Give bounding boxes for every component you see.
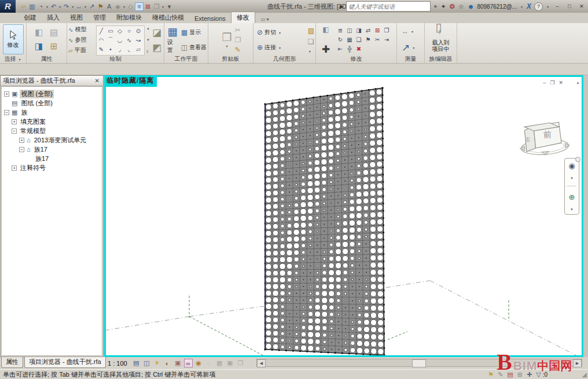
viewbar-reveal-hidden-elements-icon[interactable]: ◉: [194, 359, 203, 367]
viewbar-sun-path-icon[interactable]: ☀: [153, 359, 161, 367]
close-icon[interactable]: ✕: [94, 78, 101, 84]
titlebar-communication-center-icon[interactable]: ❂: [450, 3, 455, 10]
wheel-dropdown-icon[interactable]: ▼: [570, 176, 574, 180]
search-input[interactable]: [346, 1, 431, 12]
draw-polygon-icon[interactable]: ◇: [115, 26, 124, 35]
tree-item[interactable]: +注释符号: [2, 163, 102, 172]
exchange-apps-icon[interactable]: X: [527, 2, 531, 10]
modify-mirror-pick-axis-icon[interactable]: ◫: [345, 25, 354, 35]
draw-mode-reference[interactable]: ∿参照: [68, 36, 95, 44]
viewbar-visual-style-icon[interactable]: ◫: [142, 359, 151, 367]
clipboard-cut-icon[interactable]: ✂: [235, 26, 241, 34]
measure-button[interactable]: ↗▾: [402, 43, 423, 53]
tab-管理[interactable]: 管理: [88, 12, 111, 23]
draw-point-element-icon[interactable]: •: [106, 45, 115, 54]
draw-pick-3d-face-icon[interactable]: ◪: [152, 27, 161, 39]
help-button[interactable]: ?: [534, 2, 543, 11]
draw-spline-icon[interactable]: ∿: [124, 35, 134, 45]
viewbar-unlocked-3d-view-icon[interactable]: ◌: [205, 359, 214, 367]
tree-item[interactable]: 族17: [2, 154, 102, 163]
draw-center-ends-arc-icon[interactable]: ⌒: [106, 35, 115, 45]
qat-tag-icon[interactable]: ⚑: [96, 2, 105, 11]
scroll-right-icon[interactable]: ▶: [573, 359, 582, 367]
qat-close-hidden-windows-icon[interactable]: ⊠: [144, 2, 152, 11]
workplane-set-button[interactable]: ▦ 设置: [166, 24, 180, 56]
modify-align-icon[interactable]: ≣: [336, 25, 345, 35]
modify-window-icon[interactable]: ◧: [322, 25, 329, 34]
close-button[interactable]: ✕: [577, 2, 586, 10]
qat-undo-dropdown[interactable]: ▾: [59, 5, 61, 9]
view-scale-button[interactable]: 1 : 100: [108, 360, 127, 367]
project-browser-titlebar[interactable]: 项目浏览器 - 曲线干扰.rfa ✕: [1, 76, 103, 86]
scroll-up-icon[interactable]: ▲: [576, 80, 580, 84]
reference-plane-line[interactable]: [106, 317, 189, 330]
reference-plane-line[interactable]: [430, 281, 578, 355]
properties-properties-palette-top-icon[interactable]: ◧: [31, 25, 46, 39]
palette-tab-属性[interactable]: 属性: [1, 357, 23, 368]
viewbar-view-properties-icon[interactable]: ❐: [236, 359, 245, 367]
tab-插入[interactable]: 插入: [42, 12, 65, 23]
view-restore-button[interactable]: ❐: [550, 80, 554, 86]
zoom-dropdown-icon[interactable]: ▼: [570, 208, 574, 211]
modify-copy-icon[interactable]: ❐: [382, 25, 391, 35]
qat-aligned-dimension-icon[interactable]: ↔: [75, 2, 83, 11]
draw-circle-icon[interactable]: ○: [124, 26, 134, 35]
help-dropdown-icon[interactable]: ▾: [547, 5, 549, 9]
expander-icon[interactable]: +: [4, 91, 9, 97]
temporary-hide-isolate-badge[interactable]: 临时隐藏/隔离: [104, 75, 157, 87]
modify-trim-extend-single-icon[interactable]: ⇤: [336, 44, 345, 53]
signed-in-user[interactable]: 809876212@...: [477, 3, 517, 10]
reference-plane-line[interactable]: [386, 281, 430, 288]
reference-plane-line[interactable]: [189, 317, 265, 355]
geometry-solid-void-icon[interactable]: ❏: [308, 38, 314, 46]
geometry-paint-icon[interactable]: ▨: [308, 27, 314, 35]
viewbar-shadows-icon[interactable]: ◐: [163, 359, 172, 367]
tree-item[interactable]: −⌂族17: [2, 145, 102, 154]
navbar-handle[interactable]: [575, 157, 580, 162]
tab-视图[interactable]: 视图: [65, 12, 88, 23]
viewcube[interactable]: 前 左: [517, 106, 575, 158]
minimize-button[interactable]: ‒: [553, 2, 562, 10]
modify-scale-icon[interactable]: ❏: [354, 35, 363, 44]
qat-text-icon[interactable]: A: [105, 2, 113, 11]
modify-offset-icon[interactable]: ⇄: [363, 25, 373, 35]
status-editable-only-icon[interactable]: ⚑: [488, 371, 494, 378]
qat-open-icon[interactable]: ▱: [19, 2, 28, 11]
cut-geometry-button[interactable]: ⊘剪切▾: [257, 28, 307, 36]
qat-redo-dropdown[interactable]: ▾: [72, 5, 74, 9]
user-dropdown-icon[interactable]: ▾: [521, 5, 523, 9]
expander-icon[interactable]: +: [12, 165, 17, 171]
expander-icon[interactable]: −: [12, 128, 17, 134]
draw-pick-face-icon[interactable]: ▱: [134, 45, 143, 54]
modify-pin-icon[interactable]: ⚑: [363, 35, 373, 44]
modify-trim-extend-multiple-icon[interactable]: ╬: [345, 44, 354, 53]
qat-measure-icon[interactable]: ↗: [87, 2, 96, 11]
viewbar-crop-region-icon[interactable]: ▣: [226, 359, 234, 367]
titlebar-sign-in-avatar-icon[interactable]: ☻: [468, 3, 475, 10]
properties-family-category-icon[interactable]: ▤: [46, 25, 61, 39]
drawing-area[interactable]: 临时隐藏/隔离 ‒ ❐ ✕ ▲ 前 左 ◉ ▼ ⊕ ▼: [104, 75, 583, 357]
draw-line-icon[interactable]: ╱: [97, 26, 106, 35]
qat-switch-windows-dropdown[interactable]: ▾: [162, 5, 164, 9]
draw-pick-lines-icon[interactable]: ✎: [97, 45, 106, 54]
tree-item[interactable]: +填充图案: [2, 117, 102, 126]
properties-family-types-icon[interactable]: ⊞: [46, 39, 61, 53]
qat-default-3d-view-icon[interactable]: ◈: [113, 2, 122, 11]
modify-array-icon[interactable]: ▦: [345, 35, 354, 44]
tree-item[interactable]: +⌂2013渐变测试单元: [2, 135, 102, 145]
maximize-button[interactable]: □: [565, 2, 574, 10]
view-close-button[interactable]: ✕: [558, 80, 563, 86]
modify-delete-icon[interactable]: ✖: [354, 44, 363, 53]
modify-button[interactable]: 修改: [3, 24, 24, 54]
qat-save-icon[interactable]: ▥: [28, 2, 36, 11]
reference-plane-line[interactable]: [189, 306, 264, 317]
qat-default-3d-view-dropdown[interactable]: ▾: [123, 5, 125, 9]
qat-customize-qat-icon[interactable]: ▾: [165, 2, 174, 11]
tree-item[interactable]: ▤图纸 (全部): [2, 98, 102, 108]
properties-type-properties-icon[interactable]: ◨: [31, 39, 46, 53]
paste-button[interactable]: ❐ ▾: [220, 24, 234, 56]
viewbar-detail-level-icon[interactable]: ▤: [132, 359, 141, 367]
application-menu-button[interactable]: R: [0, 0, 16, 13]
draw-pick-3d-plane-icon[interactable]: ◩: [152, 42, 161, 54]
titlebar-favorites-icon[interactable]: ☆: [458, 3, 464, 10]
